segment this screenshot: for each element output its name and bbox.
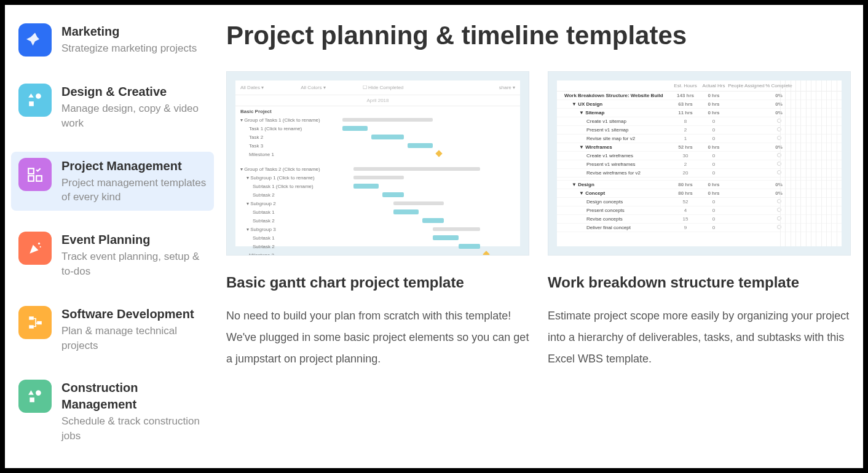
sidebar-item-label: Design & Creative: [61, 84, 207, 100]
sidebar-item-label: Software Development: [61, 306, 207, 322]
template-card-gantt[interactable]: All Dates ▾ All Colors ▾ ☐ Hide Complete…: [226, 71, 529, 370]
filter-dates: All Dates ▾: [240, 85, 264, 90]
gantt-subgroup: ▾ Subgroup 3: [240, 227, 339, 232]
share-button: share ▾: [499, 85, 515, 90]
gantt-task: Subtask 1 (Click to rename): [240, 184, 339, 189]
sidebar-item-label: Event Planning: [61, 232, 207, 248]
sidebar-item-label: Marketing: [61, 23, 207, 40]
gantt-group: ▾ Group of Tasks 2 (Click to rename): [240, 166, 339, 172]
gantt-task: Subtask 2: [240, 218, 339, 224]
sidebar-item-label: Construction Management: [61, 380, 207, 413]
confetti-icon: [18, 232, 52, 265]
category-sidebar: Marketing Strategize marketing projects …: [11, 17, 220, 468]
svg-point-12: [36, 391, 41, 396]
sidebar-item-project-management[interactable]: Project Management Project management te…: [11, 152, 214, 211]
shapes-alt-icon: [18, 380, 52, 413]
gantt-subgroup: ▾ Subgroup 1 (Click to rename): [240, 175, 339, 181]
rocket-icon: [18, 23, 52, 57]
sidebar-item-desc: Schedule & track construction jobs: [61, 414, 207, 444]
gantt-task: Subtask 1: [240, 209, 339, 215]
sidebar-item-desc: Manage design, copy & video work: [61, 101, 207, 131]
flowchart-icon: [18, 306, 52, 339]
gantt-task: Task 3: [240, 143, 339, 149]
gantt-section: Basic Project: [235, 106, 520, 115]
gantt-subgroup: ▾ Subgroup 2: [240, 201, 339, 206]
svg-point-6: [38, 243, 40, 244]
gantt-group: ▾ Group of Tasks 1 (Click to rename): [240, 117, 339, 123]
svg-rect-4: [28, 176, 34, 181]
gantt-task: Subtask 1: [240, 235, 339, 241]
svg-rect-8: [29, 316, 34, 319]
svg-marker-11: [28, 391, 34, 396]
sidebar-item-label: Project Management: [61, 158, 207, 174]
sidebar-item-desc: Track event planning, setup & to-dos: [61, 249, 207, 279]
template-thumbnail: All Dates ▾ All Colors ▾ ☐ Hide Complete…: [226, 71, 529, 256]
template-card-wbs[interactable]: Est. Hours Actual Hrs People Assigned % …: [548, 71, 851, 370]
svg-rect-5: [36, 176, 42, 181]
sidebar-item-desc: Project management templates of every ki…: [61, 176, 207, 205]
gantt-task: Subtask 2: [240, 244, 339, 249]
sidebar-item-construction[interactable]: Construction Management Schedule & track…: [11, 373, 214, 450]
filter-hide-completed: ☐ Hide Completed: [363, 85, 404, 90]
svg-rect-3: [28, 168, 34, 174]
sidebar-item-event-planning[interactable]: Event Planning Track event planning, set…: [11, 225, 214, 285]
sidebar-item-marketing[interactable]: Marketing Strategize marketing projects: [11, 17, 214, 63]
checklist-icon: [18, 158, 52, 191]
template-title: Work breakdown structure template: [548, 273, 851, 292]
month-label: April 2018: [366, 98, 389, 103]
template-description: Estimate project scope more easily by or…: [548, 305, 851, 370]
sidebar-item-desc: Strategize marketing projects: [61, 41, 207, 56]
sidebar-item-software-development[interactable]: Software Development Plan & manage techn…: [11, 300, 214, 359]
svg-rect-2: [29, 101, 34, 106]
svg-marker-0: [28, 93, 34, 98]
svg-rect-9: [29, 325, 34, 328]
filter-colors: All Colors ▾: [301, 85, 325, 90]
gantt-milestone: Milestone 2: [240, 252, 339, 256]
gantt-task: Subtask 2: [240, 192, 339, 198]
template-thumbnail: Est. Hours Actual Hrs People Assigned % …: [548, 71, 851, 256]
shapes-icon: [18, 84, 52, 117]
sidebar-item-desc: Plan & manage technical projects: [61, 324, 207, 353]
template-title: Basic gantt chart project template: [226, 273, 529, 292]
gantt-task: Task 2: [240, 135, 339, 140]
svg-point-1: [36, 93, 41, 99]
template-description: No need to build your plan from scratch …: [226, 305, 529, 370]
svg-point-7: [40, 246, 41, 248]
main-content: Project planning & timeline templates Al…: [220, 17, 857, 468]
sidebar-item-design[interactable]: Design & Creative Manage design, copy & …: [11, 77, 214, 137]
page-title: Project planning & timeline templates: [226, 21, 851, 50]
gantt-task: Task 1 (Click to rename): [240, 126, 339, 131]
svg-rect-13: [30, 398, 34, 403]
svg-rect-10: [37, 321, 42, 324]
gantt-milestone: Milestone 1: [240, 152, 339, 157]
